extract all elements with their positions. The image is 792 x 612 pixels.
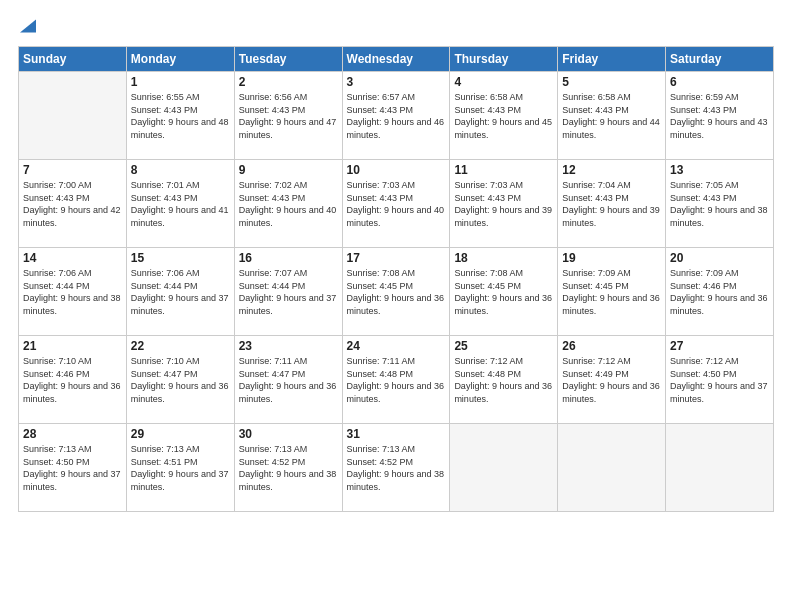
day-info: Sunrise: 6:59 AMSunset: 4:43 PMDaylight:… [670,91,769,141]
day-number: 6 [670,75,769,89]
day-info: Sunrise: 7:12 AMSunset: 4:49 PMDaylight:… [562,355,661,405]
day-number: 13 [670,163,769,177]
day-info: Sunrise: 7:13 AMSunset: 4:51 PMDaylight:… [131,443,230,493]
day-info: Sunrise: 6:57 AMSunset: 4:43 PMDaylight:… [347,91,446,141]
calendar-cell: 23Sunrise: 7:11 AMSunset: 4:47 PMDayligh… [234,336,342,424]
svg-marker-0 [20,20,36,33]
day-info: Sunrise: 7:02 AMSunset: 4:43 PMDaylight:… [239,179,338,229]
calendar-day-header: Wednesday [342,47,450,72]
day-info: Sunrise: 7:01 AMSunset: 4:43 PMDaylight:… [131,179,230,229]
calendar-cell: 24Sunrise: 7:11 AMSunset: 4:48 PMDayligh… [342,336,450,424]
calendar-week-row: 14Sunrise: 7:06 AMSunset: 4:44 PMDayligh… [19,248,774,336]
day-number: 10 [347,163,446,177]
calendar-day-header: Tuesday [234,47,342,72]
day-info: Sunrise: 7:11 AMSunset: 4:48 PMDaylight:… [347,355,446,405]
calendar-cell: 31Sunrise: 7:13 AMSunset: 4:52 PMDayligh… [342,424,450,512]
day-number: 3 [347,75,446,89]
calendar-cell: 7Sunrise: 7:00 AMSunset: 4:43 PMDaylight… [19,160,127,248]
calendar-week-row: 7Sunrise: 7:00 AMSunset: 4:43 PMDaylight… [19,160,774,248]
day-info: Sunrise: 7:10 AMSunset: 4:47 PMDaylight:… [131,355,230,405]
calendar-cell: 21Sunrise: 7:10 AMSunset: 4:46 PMDayligh… [19,336,127,424]
calendar-cell: 13Sunrise: 7:05 AMSunset: 4:43 PMDayligh… [666,160,774,248]
day-info: Sunrise: 7:05 AMSunset: 4:43 PMDaylight:… [670,179,769,229]
day-number: 9 [239,163,338,177]
day-info: Sunrise: 7:13 AMSunset: 4:50 PMDaylight:… [23,443,122,493]
calendar-cell: 27Sunrise: 7:12 AMSunset: 4:50 PMDayligh… [666,336,774,424]
calendar-cell: 4Sunrise: 6:58 AMSunset: 4:43 PMDaylight… [450,72,558,160]
day-number: 22 [131,339,230,353]
calendar-cell: 18Sunrise: 7:08 AMSunset: 4:45 PMDayligh… [450,248,558,336]
day-number: 16 [239,251,338,265]
day-number: 23 [239,339,338,353]
calendar-header-row: SundayMondayTuesdayWednesdayThursdayFrid… [19,47,774,72]
logo-icon [20,18,36,34]
calendar-day-header: Saturday [666,47,774,72]
day-number: 25 [454,339,553,353]
calendar-cell: 2Sunrise: 6:56 AMSunset: 4:43 PMDaylight… [234,72,342,160]
calendar-day-header: Sunday [19,47,127,72]
day-number: 11 [454,163,553,177]
day-info: Sunrise: 7:11 AMSunset: 4:47 PMDaylight:… [239,355,338,405]
calendar-cell: 25Sunrise: 7:12 AMSunset: 4:48 PMDayligh… [450,336,558,424]
day-info: Sunrise: 7:13 AMSunset: 4:52 PMDaylight:… [239,443,338,493]
day-info: Sunrise: 6:55 AMSunset: 4:43 PMDaylight:… [131,91,230,141]
day-info: Sunrise: 6:58 AMSunset: 4:43 PMDaylight:… [454,91,553,141]
calendar-cell [558,424,666,512]
day-number: 15 [131,251,230,265]
day-number: 7 [23,163,122,177]
header [18,18,774,36]
calendar-cell: 17Sunrise: 7:08 AMSunset: 4:45 PMDayligh… [342,248,450,336]
day-number: 26 [562,339,661,353]
day-number: 4 [454,75,553,89]
day-info: Sunrise: 7:12 AMSunset: 4:48 PMDaylight:… [454,355,553,405]
day-number: 24 [347,339,446,353]
day-info: Sunrise: 7:09 AMSunset: 4:45 PMDaylight:… [562,267,661,317]
calendar-cell: 16Sunrise: 7:07 AMSunset: 4:44 PMDayligh… [234,248,342,336]
day-info: Sunrise: 7:06 AMSunset: 4:44 PMDaylight:… [131,267,230,317]
calendar-cell: 5Sunrise: 6:58 AMSunset: 4:43 PMDaylight… [558,72,666,160]
day-info: Sunrise: 7:04 AMSunset: 4:43 PMDaylight:… [562,179,661,229]
calendar-cell: 11Sunrise: 7:03 AMSunset: 4:43 PMDayligh… [450,160,558,248]
calendar-day-header: Thursday [450,47,558,72]
calendar-cell [666,424,774,512]
calendar-cell: 6Sunrise: 6:59 AMSunset: 4:43 PMDaylight… [666,72,774,160]
day-info: Sunrise: 7:03 AMSunset: 4:43 PMDaylight:… [454,179,553,229]
calendar-cell: 30Sunrise: 7:13 AMSunset: 4:52 PMDayligh… [234,424,342,512]
day-number: 1 [131,75,230,89]
day-info: Sunrise: 7:13 AMSunset: 4:52 PMDaylight:… [347,443,446,493]
day-number: 18 [454,251,553,265]
logo [18,18,36,36]
calendar-cell: 9Sunrise: 7:02 AMSunset: 4:43 PMDaylight… [234,160,342,248]
calendar-cell: 29Sunrise: 7:13 AMSunset: 4:51 PMDayligh… [126,424,234,512]
day-number: 19 [562,251,661,265]
calendar-cell: 14Sunrise: 7:06 AMSunset: 4:44 PMDayligh… [19,248,127,336]
calendar-week-row: 1Sunrise: 6:55 AMSunset: 4:43 PMDaylight… [19,72,774,160]
day-info: Sunrise: 7:09 AMSunset: 4:46 PMDaylight:… [670,267,769,317]
calendar-cell: 15Sunrise: 7:06 AMSunset: 4:44 PMDayligh… [126,248,234,336]
day-info: Sunrise: 7:12 AMSunset: 4:50 PMDaylight:… [670,355,769,405]
day-number: 20 [670,251,769,265]
day-number: 5 [562,75,661,89]
calendar-cell [450,424,558,512]
day-info: Sunrise: 7:07 AMSunset: 4:44 PMDaylight:… [239,267,338,317]
calendar-cell: 10Sunrise: 7:03 AMSunset: 4:43 PMDayligh… [342,160,450,248]
day-number: 21 [23,339,122,353]
calendar-day-header: Friday [558,47,666,72]
calendar-cell: 1Sunrise: 6:55 AMSunset: 4:43 PMDaylight… [126,72,234,160]
day-info: Sunrise: 7:08 AMSunset: 4:45 PMDaylight:… [454,267,553,317]
day-number: 27 [670,339,769,353]
calendar-cell: 8Sunrise: 7:01 AMSunset: 4:43 PMDaylight… [126,160,234,248]
day-number: 29 [131,427,230,441]
page: SundayMondayTuesdayWednesdayThursdayFrid… [0,0,792,612]
day-info: Sunrise: 6:56 AMSunset: 4:43 PMDaylight:… [239,91,338,141]
logo-text [18,18,36,36]
day-info: Sunrise: 7:10 AMSunset: 4:46 PMDaylight:… [23,355,122,405]
day-info: Sunrise: 7:08 AMSunset: 4:45 PMDaylight:… [347,267,446,317]
calendar-day-header: Monday [126,47,234,72]
calendar-table: SundayMondayTuesdayWednesdayThursdayFrid… [18,46,774,512]
day-number: 12 [562,163,661,177]
day-number: 31 [347,427,446,441]
calendar-cell [19,72,127,160]
day-number: 30 [239,427,338,441]
calendar-week-row: 28Sunrise: 7:13 AMSunset: 4:50 PMDayligh… [19,424,774,512]
